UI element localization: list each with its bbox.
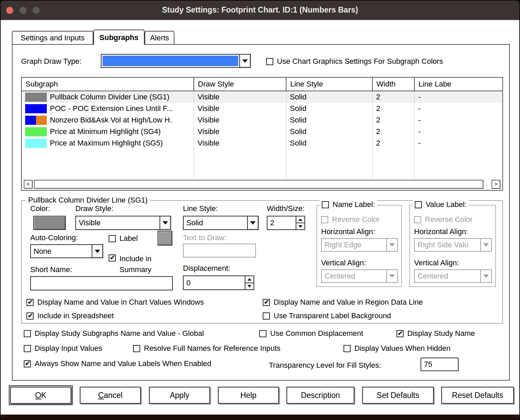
table-row[interactable]: Nonzero Bid&Ask Vol at High/Low H. Visib…	[22, 114, 502, 126]
line-style-cell: Solid	[286, 114, 373, 126]
col-header-draw-style: Draw Style	[194, 78, 286, 91]
subgraph-name: POC - POC Extension Lines Until F...	[50, 104, 173, 113]
tab-subgraphs[interactable]: Subgraphs	[93, 30, 145, 45]
selected-value: Right Edge	[322, 239, 386, 251]
help-button[interactable]: Help	[218, 387, 279, 404]
empty-cell	[286, 149, 373, 178]
resolve-full-names-checkbox[interactable]: Resolve Full Names for Reference Inputs	[133, 344, 280, 353]
selected-value: Visible	[76, 216, 160, 229]
reset-defaults-button[interactable]: Reset Defaults	[441, 387, 514, 404]
checkbox-label: Value Label:	[426, 200, 467, 209]
scrollbar-thumb[interactable]	[34, 180, 483, 189]
checkbox-box	[26, 299, 34, 306]
always-show-labels-checkbox[interactable]: Always Show Name and Value Labels When E…	[24, 359, 211, 368]
label-color-button[interactable]	[157, 231, 172, 246]
use-chart-graphics-checkbox[interactable]: Use Chart Graphics Settings For Subgraph…	[266, 57, 443, 66]
table-row[interactable]: POC - POC Extension Lines Until F... Vis…	[22, 103, 502, 114]
checkbox-label: Resolve Full Names for Reference Inputs	[144, 344, 280, 353]
background-strip	[1, 415, 519, 419]
tab-label: Settings and Inputs	[21, 34, 85, 42]
scrollbar-track[interactable]	[34, 180, 490, 189]
chevron-down-icon[interactable]	[92, 245, 103, 257]
line-style-select[interactable]: Solid	[183, 216, 259, 230]
subgraph-cell: Price at Maximum Highlight (SG5)	[22, 137, 194, 149]
checkbox-box	[133, 345, 140, 352]
draw-style-label: Draw Style:	[75, 204, 113, 213]
button-label: Help	[240, 391, 256, 400]
empty-cell	[373, 149, 415, 178]
checkbox-label: Display Input Values	[35, 344, 102, 353]
cancel-button[interactable]: Cancel	[80, 387, 141, 404]
chevron-down-icon[interactable]	[239, 55, 250, 67]
checkbox-label: Always Show Name and Value Labels When E…	[35, 359, 211, 368]
display-study-name-checkbox[interactable]: Display Study Name	[396, 329, 475, 338]
display-values-hidden-checkbox[interactable]: Display Values When Hidden	[343, 344, 450, 353]
color-button[interactable]	[33, 216, 66, 230]
subgraph-color-swatch	[25, 116, 47, 125]
graph-draw-type-label: Graph Draw Type:	[21, 57, 81, 66]
titlebar: Study Settings: Footprint Chart. ID:1 (N…	[1, 1, 519, 20]
checkbox-label: Include in Spreadsheet	[37, 311, 114, 320]
nl-horizontal-align-label: Horizontal Align:	[321, 227, 375, 236]
width-size-label: Width/Size:	[267, 204, 304, 213]
checkbox-label: Display Study Name	[407, 329, 475, 338]
transparent-label-bg-checkbox[interactable]: Use Transparent Label Background	[263, 311, 391, 320]
width-cell: 2	[373, 103, 415, 114]
display-input-values-checkbox[interactable]: Display Input Values	[24, 344, 102, 353]
table-row[interactable]: Price at Minimum Highlight (SG4) Visible…	[22, 126, 502, 137]
line-label-cell: -	[415, 126, 502, 137]
ok-button[interactable]: OK	[10, 387, 71, 404]
spin-down-icon[interactable]	[245, 283, 254, 290]
set-defaults-button[interactable]: Set Defaults	[362, 387, 434, 404]
displacement-spinner[interactable]: 0	[183, 275, 254, 290]
include-in-spreadsheet-checkbox[interactable]: Include in Spreadsheet	[26, 311, 114, 320]
checkbox-label: Use Transparent Label Background	[274, 311, 391, 320]
checkbox-label: Use Chart Graphics Settings For Subgraph…	[277, 57, 443, 66]
chevron-down-icon[interactable]	[160, 216, 170, 229]
tab-label: Subgraphs	[99, 33, 138, 42]
spinner-value: 0	[184, 276, 245, 289]
scroll-left-icon[interactable]: <	[24, 180, 33, 189]
table-row[interactable]: Price at Maximum Highlight (SG5) Visible…	[22, 137, 502, 149]
name-label-checkbox[interactable]: Name Label:	[322, 200, 375, 209]
table-row[interactable]: Pullback Column Divider Line (SG1) Visib…	[22, 91, 502, 103]
table-empty-area	[22, 149, 502, 178]
short-name-input[interactable]	[30, 276, 173, 290]
display-global-checkbox[interactable]: Display Study Subgraphs Name and Value -…	[24, 329, 204, 338]
scroll-right-icon[interactable]: >	[491, 180, 500, 189]
col-header-line-label: Line Labe	[415, 78, 502, 91]
selected-value	[101, 55, 239, 67]
tab-bar: Settings and Inputs Subgraphs Alerts	[12, 30, 174, 45]
table-hscrollbar[interactable]: < >	[24, 179, 500, 189]
selected-value: Centered	[322, 270, 386, 282]
draw-style-select[interactable]: Visible	[75, 216, 171, 230]
width-size-spinner[interactable]: 2	[267, 216, 305, 230]
value-label-checkbox[interactable]: Value Label:	[415, 200, 467, 209]
line-style-cell: Solid	[286, 103, 373, 114]
spin-up-icon[interactable]	[296, 216, 304, 223]
transparency-level-input[interactable]	[421, 358, 459, 371]
apply-button[interactable]: Apply	[149, 387, 210, 404]
auto-coloring-label: Auto-Coloring:	[30, 233, 78, 242]
subgraph-table: Subgraph Draw Style Line Style Width Lin…	[21, 77, 503, 191]
use-common-displacement-checkbox[interactable]: Use Common Displacement	[259, 329, 363, 338]
empty-cell	[415, 149, 502, 178]
button-label: Description	[301, 391, 340, 400]
spin-down-icon[interactable]	[296, 223, 304, 229]
auto-coloring-select[interactable]: None	[30, 244, 103, 258]
display-region-data-checkbox[interactable]: Display Name and Value in Region Data Li…	[263, 298, 423, 307]
subgraph-color-swatch	[25, 127, 47, 136]
display-chart-values-checkbox[interactable]: Display Name and Value in Chart Values W…	[26, 298, 204, 307]
spin-up-icon[interactable]	[245, 276, 254, 283]
chevron-down-icon[interactable]	[247, 216, 258, 229]
col-header-width: Width	[373, 78, 415, 91]
description-button[interactable]: Description	[286, 387, 354, 404]
tab-alerts[interactable]: Alerts	[145, 31, 174, 44]
tab-label: Alerts	[150, 34, 169, 42]
label-checkbox[interactable]: Label	[109, 234, 138, 243]
checkbox-label: Reverse Color	[332, 215, 380, 224]
graph-draw-type-select[interactable]	[101, 54, 251, 68]
include-in-summary-checkbox[interactable]: Include in Summary	[109, 253, 160, 275]
tab-settings-and-inputs[interactable]: Settings and Inputs	[12, 31, 93, 44]
subgraph-cell: Pullback Column Divider Line (SG1)	[22, 91, 194, 103]
